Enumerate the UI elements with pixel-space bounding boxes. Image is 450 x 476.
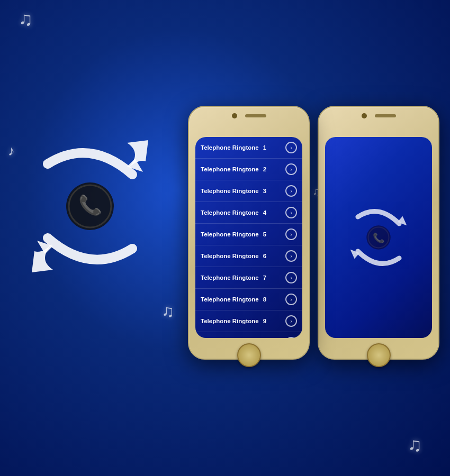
ringtone-number-3: 3 xyxy=(263,188,266,194)
phone-device-2: 📞 xyxy=(318,106,439,360)
ringtone-number-1: 1 xyxy=(263,144,266,151)
phone-speaker-1 xyxy=(245,114,266,117)
ringtone-left-8: Telephone Ringtone 8 xyxy=(201,296,266,303)
ringtone-name-6: Telephone Ringtone xyxy=(201,253,259,259)
ringtone-number-6: 6 xyxy=(263,253,266,259)
chevron-button-1[interactable]: › xyxy=(285,142,297,153)
ringtone-name-3: Telephone Ringtone xyxy=(201,188,259,194)
phone-device-1: Telephone Ringtone 1 › Telephone Rington… xyxy=(188,106,310,360)
ringtone-item-10[interactable]: Telephone Ringtone 10 › xyxy=(195,332,302,338)
ringtone-item-7[interactable]: Telephone Ringtone 7 › xyxy=(195,267,302,289)
ringtone-item-5[interactable]: Telephone Ringtone 5 › xyxy=(195,224,302,245)
ringtone-name-8: Telephone Ringtone xyxy=(201,296,259,303)
chevron-button-5[interactable]: › xyxy=(285,228,297,240)
svg-text:📞: 📞 xyxy=(78,194,102,216)
phone-icon-left: 📞 xyxy=(21,138,159,275)
chevron-button-8[interactable]: › xyxy=(285,294,297,305)
phone-home-button-2[interactable] xyxy=(367,343,391,367)
ringtone-left-3: Telephone Ringtone 3 xyxy=(201,188,266,194)
phone-camera-2 xyxy=(362,113,367,118)
ringtone-number-5: 5 xyxy=(263,231,266,237)
phone-speaker-2 xyxy=(375,114,396,117)
ringtone-list: Telephone Ringtone 1 › Telephone Rington… xyxy=(195,137,302,338)
phone-home-button-1[interactable] xyxy=(237,343,261,367)
chevron-button-10[interactable]: › xyxy=(285,337,297,338)
music-note-2: ♪ xyxy=(8,143,15,159)
music-note-6: ♫ xyxy=(408,434,422,456)
music-note-3: ♫ xyxy=(161,301,174,321)
ringtone-number-2: 2 xyxy=(263,166,266,172)
svg-text:📞: 📞 xyxy=(373,232,385,244)
ringtone-name-1: Telephone Ringtone xyxy=(201,144,259,151)
ringtone-item-2[interactable]: Telephone Ringtone 2 › xyxy=(195,159,302,180)
ringtone-number-9: 9 xyxy=(263,318,266,324)
ringtone-item-3[interactable]: Telephone Ringtone 3 › xyxy=(195,180,302,202)
music-note-1: ♫ xyxy=(19,8,33,30)
chevron-button-7[interactable]: › xyxy=(285,272,297,283)
ringtone-left-4: Telephone Ringtone 4 xyxy=(201,209,266,216)
ringtone-name-9: Telephone Ringtone xyxy=(201,318,259,324)
ringtone-left-1: Telephone Ringtone 1 xyxy=(201,144,266,151)
ringtone-name-2: Telephone Ringtone xyxy=(201,166,259,172)
phone-screen-2: 📞 xyxy=(325,137,432,338)
ringtone-left-6: Telephone Ringtone 6 xyxy=(201,253,266,259)
chevron-button-4[interactable]: › xyxy=(285,207,297,218)
ringtone-name-4: Telephone Ringtone xyxy=(201,209,259,216)
phone-camera-1 xyxy=(232,113,237,118)
chevron-button-9[interactable]: › xyxy=(285,315,297,327)
ringtone-left-2: Telephone Ringtone 2 xyxy=(201,166,266,172)
chevron-button-6[interactable]: › xyxy=(285,250,297,262)
phone-top-2 xyxy=(325,113,432,121)
ringtone-left-5: Telephone Ringtone 5 xyxy=(201,231,266,237)
ringtone-item-9[interactable]: Telephone Ringtone 9 › xyxy=(195,310,302,332)
ringtone-number-8: 8 xyxy=(263,296,266,303)
chevron-button-2[interactable]: › xyxy=(285,163,297,175)
ringtone-item-6[interactable]: Telephone Ringtone 6 › xyxy=(195,245,302,267)
ringtone-name-5: Telephone Ringtone xyxy=(201,231,259,237)
ringtone-left-7: Telephone Ringtone 7 xyxy=(201,274,266,281)
chevron-button-3[interactable]: › xyxy=(285,185,297,197)
ringtone-name-7: Telephone Ringtone xyxy=(201,274,259,281)
phone-icon-screen2: 📞 xyxy=(344,203,413,272)
phone-top-1 xyxy=(195,113,302,121)
phone-screen-1: Telephone Ringtone 1 › Telephone Rington… xyxy=(195,137,302,338)
phones-container: Telephone Ringtone 1 › Telephone Rington… xyxy=(188,106,431,360)
ringtone-number-7: 7 xyxy=(263,274,266,281)
ringtone-number-4: 4 xyxy=(263,209,266,216)
ringtone-item-4[interactable]: Telephone Ringtone 4 › xyxy=(195,202,302,224)
ringtone-item-1[interactable]: Telephone Ringtone 1 › xyxy=(195,137,302,159)
ringtone-item-8[interactable]: Telephone Ringtone 8 › xyxy=(195,289,302,310)
ringtone-left-9: Telephone Ringtone 9 xyxy=(201,318,266,324)
